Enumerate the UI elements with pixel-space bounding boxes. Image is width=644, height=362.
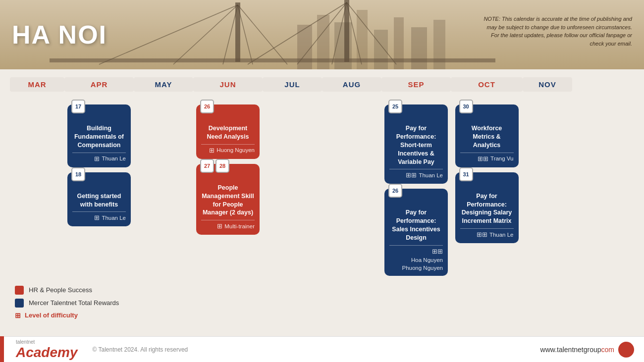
sep-column: 25 Pay for Performance: Short-term Incen… bbox=[381, 98, 451, 276]
difficulty-icon-jun-2: ⊞ bbox=[217, 222, 222, 230]
event-trainer-jun-1: Huong Nguyen bbox=[216, 147, 255, 153]
footer-right: www.talentnetgroupcom bbox=[540, 342, 634, 358]
events-row: 17 Building Fundamentals of Compensation… bbox=[10, 98, 634, 276]
event-trainer-oct-1: Trang Vu bbox=[490, 155, 513, 161]
event-date-jun-2: 27 28 bbox=[200, 159, 229, 173]
footer-academy-text: Academy bbox=[16, 346, 78, 360]
event-trainer-sep-2b: Phuong Nguyen bbox=[402, 265, 443, 271]
event-jun-2[interactable]: 27 28 People Management Skill for People… bbox=[196, 164, 260, 235]
event-apr-2[interactable]: 18 Getting started with benefits ⊞ Thuan… bbox=[67, 172, 131, 227]
svg-rect-5 bbox=[374, 30, 388, 69]
event-oct-1[interactable]: 30 Workforce Metrics & Analytics ⊞⊞ Tran… bbox=[455, 104, 519, 167]
month-header-sep: SEP bbox=[381, 77, 451, 92]
difficulty-level-icon: ⊞ bbox=[15, 311, 21, 319]
month-header-mar: MAR bbox=[10, 77, 64, 92]
footer: talentnet Academy © Talentnet 2024. All … bbox=[0, 336, 644, 362]
legend-item-blue: Mercer Talentnet Total Rewards bbox=[15, 299, 629, 308]
event-date-apr-2: 18 bbox=[71, 167, 85, 181]
difficulty-icon-apr-1: ⊞ bbox=[94, 155, 100, 162]
oct-column: 30 Workforce Metrics & Analytics ⊞⊞ Tran… bbox=[451, 98, 523, 243]
event-date-jun-2b: 28 bbox=[215, 159, 229, 173]
legend-color-orange bbox=[15, 286, 24, 295]
event-sep-2[interactable]: 26 Pay for Performance: Sales Incentives… bbox=[384, 189, 448, 276]
svg-rect-14 bbox=[235, 2, 240, 62]
event-date-sep-2: 26 bbox=[388, 184, 402, 198]
months-row: MAR APR MAY JUN JUL AUG SEP OCT NOV bbox=[10, 77, 634, 92]
footer-copyright: © Talentnet 2024. All rights reserved bbox=[93, 346, 540, 353]
footer-website-suffix: com bbox=[601, 346, 614, 354]
footer-red-bar bbox=[0, 336, 4, 362]
event-trainer-apr-2: Thuan Le bbox=[102, 215, 126, 221]
event-title-oct-1: Workforce Metrics & Analytics bbox=[460, 124, 514, 150]
difficulty-icon-jun-1: ⊞ bbox=[209, 147, 215, 154]
svg-rect-20 bbox=[344, 0, 349, 62]
event-oct-2[interactable]: 31 Pay for Performance: Designing Salary… bbox=[455, 172, 519, 244]
event-trainer-sep-2a: Hoa Nguyen bbox=[411, 257, 443, 263]
event-date-oct-1: 30 bbox=[459, 100, 473, 113]
svg-rect-21 bbox=[50, 58, 495, 62]
event-title-jun-2: People Management Skill for People Manag… bbox=[201, 184, 255, 217]
event-trainer-jun-2: Multi-trainer bbox=[224, 223, 255, 229]
event-date-jun-2a: 27 bbox=[200, 159, 214, 173]
difficulty-icon-apr-2: ⊞ bbox=[94, 214, 100, 221]
event-title-oct-2: Pay for Performance: Designing Salary In… bbox=[460, 192, 514, 226]
header-note: NOTE: This calendar is accurate at the t… bbox=[483, 15, 632, 48]
difficulty-icon-sep-2: ⊞⊞ bbox=[432, 248, 443, 255]
footer-dot bbox=[618, 342, 634, 358]
month-header-nov: NOV bbox=[523, 77, 572, 92]
event-date-sep-1: 25 bbox=[388, 100, 402, 113]
footer-talentnet-text: talentnet bbox=[16, 340, 78, 345]
event-trainer-oct-2: Thuan Le bbox=[489, 232, 514, 238]
event-trainer-apr-1: Thuan Le bbox=[102, 155, 126, 161]
event-title-apr-1: Building Fundamentals of Compensation bbox=[72, 124, 126, 150]
event-apr-1[interactable]: 17 Building Fundamentals of Compensation… bbox=[67, 104, 131, 167]
header: HA NOI NOTE: This calendar is accurate a… bbox=[0, 0, 644, 69]
event-date-oct-2: 31 bbox=[459, 167, 473, 181]
legend-difficulty: ⊞ Level of difficulty bbox=[15, 311, 629, 319]
legend-color-blue bbox=[15, 299, 24, 308]
event-title-apr-2: Getting started with benefits bbox=[72, 192, 126, 209]
footer-website-prefix: www.talentnetgroup bbox=[540, 346, 601, 354]
svg-rect-1 bbox=[297, 25, 312, 69]
footer-logo: talentnet Academy bbox=[16, 340, 78, 360]
calendar-section: MAR APR MAY JUN JUL AUG SEP OCT NOV 17 B… bbox=[0, 69, 644, 281]
event-date-apr-1: 17 bbox=[71, 100, 85, 113]
month-header-apr: APR bbox=[64, 77, 134, 92]
legend-difficulty-label: Level of difficulty bbox=[25, 311, 78, 319]
event-sep-1[interactable]: 25 Pay for Performance: Short-term Incen… bbox=[384, 104, 448, 184]
event-date-jun-1: 26 bbox=[200, 100, 214, 113]
month-header-oct: OCT bbox=[451, 77, 523, 92]
jun-column: 26 Development Need Analysis ⊞ Huong Ngu… bbox=[193, 98, 263, 235]
legend-label-orange: HR & People Success bbox=[29, 286, 92, 294]
month-header-may: MAY bbox=[134, 77, 193, 92]
event-title-sep-1: Pay for Performance: Short-term Incentiv… bbox=[389, 124, 443, 166]
event-title-sep-2: Pay for Performance: Sales Incentives De… bbox=[389, 208, 443, 242]
difficulty-icon-sep-1: ⊞⊞ bbox=[406, 171, 417, 179]
event-trainer-sep-1: Thuan Le bbox=[419, 172, 443, 178]
month-header-jun: JUN bbox=[193, 77, 263, 92]
legend-item-orange: HR & People Success bbox=[15, 286, 629, 295]
month-header-jul: JUL bbox=[263, 77, 322, 92]
legend-label-blue: Mercer Talentnet Total Rewards bbox=[29, 299, 119, 307]
event-title-jun-1: Development Need Analysis bbox=[201, 124, 255, 141]
difficulty-icon-oct-1: ⊞⊞ bbox=[478, 155, 488, 162]
month-header-aug: AUG bbox=[322, 77, 381, 92]
apr-column: 17 Building Fundamentals of Compensation… bbox=[64, 98, 134, 226]
difficulty-icon-oct-2: ⊞⊞ bbox=[477, 231, 487, 238]
footer-website: www.talentnetgroupcom bbox=[540, 346, 614, 354]
page-title: HA NOI bbox=[12, 20, 107, 50]
legend-section: HR & People Success Mercer Talentnet Tot… bbox=[0, 281, 644, 324]
svg-rect-7 bbox=[411, 27, 427, 69]
event-jun-1[interactable]: 26 Development Need Analysis ⊞ Huong Ngu… bbox=[196, 104, 260, 159]
